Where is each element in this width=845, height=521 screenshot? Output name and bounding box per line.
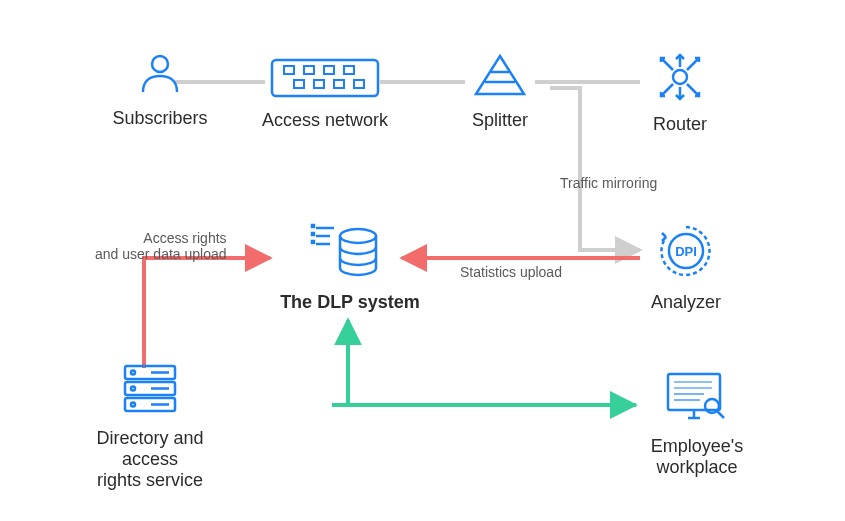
svg-rect-27: [312, 225, 314, 227]
svg-rect-7: [304, 66, 314, 74]
edge-traffic-mirroring: Traffic mirroring: [560, 175, 657, 191]
svg-rect-8: [324, 66, 334, 74]
router-icon: [655, 52, 705, 106]
access-network-label: Access network: [255, 110, 395, 131]
node-access-network: Access network: [255, 58, 395, 131]
node-analyzer: DPI Analyzer: [636, 222, 736, 313]
svg-point-16: [673, 70, 687, 84]
node-splitter: Splitter: [460, 52, 540, 131]
svg-rect-11: [314, 80, 324, 88]
edge-access-rights: Access rights and user data upload: [95, 230, 227, 262]
person-icon: [137, 50, 183, 100]
switch-icon: [270, 58, 380, 102]
svg-point-38: [131, 403, 135, 407]
dpi-icon: DPI: [657, 222, 715, 284]
svg-rect-13: [354, 80, 364, 88]
svg-line-44: [717, 411, 724, 418]
splitter-label: Splitter: [460, 110, 540, 131]
directory-label: Directory and access rights service: [70, 428, 230, 491]
node-directory: Directory and access rights service: [70, 362, 230, 491]
svg-line-20: [661, 58, 673, 70]
svg-rect-29: [312, 241, 314, 243]
workplace-label: Employee's workplace: [612, 436, 782, 478]
triangle-icon: [472, 52, 528, 102]
router-label: Router: [640, 114, 720, 135]
svg-line-19: [687, 58, 699, 70]
svg-rect-12: [334, 80, 344, 88]
svg-point-36: [131, 387, 135, 391]
svg-rect-28: [312, 233, 314, 235]
svg-rect-40: [668, 374, 720, 410]
svg-point-4: [152, 56, 168, 72]
svg-rect-6: [284, 66, 294, 74]
analyzer-label: Analyzer: [636, 292, 736, 313]
dlp-system-label: The DLP system: [270, 292, 430, 313]
database-icon: [310, 222, 390, 284]
svg-line-22: [661, 84, 673, 96]
edge-statistics: Statistics upload: [460, 264, 562, 280]
node-router: Router: [640, 52, 720, 135]
svg-rect-9: [344, 66, 354, 74]
dpi-badge-text: DPI: [675, 244, 697, 259]
subscribers-label: Subscribers: [100, 108, 220, 129]
node-dlp-system: The DLP system: [270, 222, 430, 313]
monitor-icon: [664, 370, 730, 428]
svg-point-34: [131, 371, 135, 375]
node-subscribers: Subscribers: [100, 50, 220, 129]
server-icon: [121, 362, 179, 420]
svg-line-21: [687, 84, 699, 96]
svg-point-23: [340, 229, 376, 243]
node-workplace: Employee's workplace: [612, 370, 782, 478]
svg-rect-10: [294, 80, 304, 88]
